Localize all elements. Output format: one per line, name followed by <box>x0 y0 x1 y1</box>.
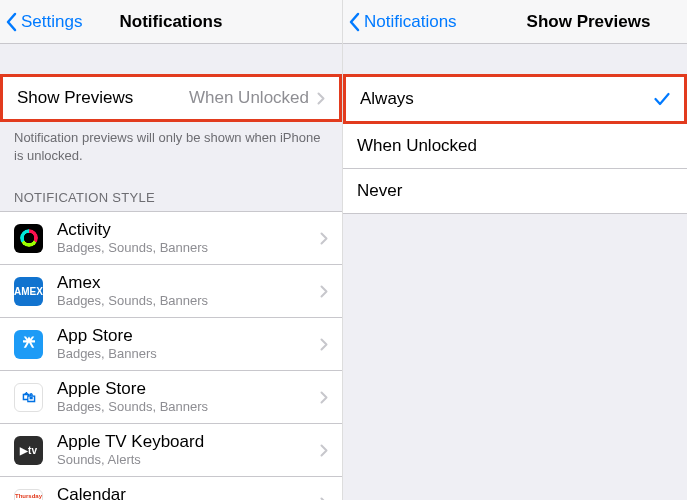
appstore-icon <box>14 330 43 359</box>
notifications-settings-pane: Settings Notifications Show Previews Whe… <box>0 0 343 500</box>
navbar-left: Settings Notifications <box>0 0 342 44</box>
option-label: Never <box>357 181 402 201</box>
app-name: Amex <box>57 273 208 293</box>
show-previews-value: When Unlocked <box>189 88 309 108</box>
show-previews-footer: Notification previews will only be shown… <box>0 122 342 174</box>
app-row-appstore[interactable]: App StoreBadges, Banners <box>0 318 342 371</box>
app-name: App Store <box>57 326 157 346</box>
app-text: Apple StoreBadges, Sounds, Banners <box>57 379 208 415</box>
option-when-unlocked[interactable]: When Unlocked <box>343 124 687 169</box>
app-sub: Sounds, Alerts <box>57 452 204 468</box>
show-previews-row[interactable]: Show Previews When Unlocked <box>3 77 339 119</box>
back-label: Notifications <box>364 12 457 32</box>
app-text: AmexBadges, Sounds, Banners <box>57 273 208 309</box>
app-name: Apple TV Keyboard <box>57 432 204 452</box>
notification-style-header: NOTIFICATION STYLE <box>0 174 342 211</box>
back-to-settings-button[interactable]: Settings <box>0 12 82 32</box>
amex-icon: AMEX <box>14 277 43 306</box>
spacer <box>343 44 687 74</box>
applestore-icon <box>14 383 43 412</box>
app-row-amex[interactable]: AMEXAmexBadges, Sounds, Banners <box>0 265 342 318</box>
navbar-right: Notifications Show Previews <box>343 0 687 44</box>
show-previews-highlight: Show Previews When Unlocked <box>0 74 342 122</box>
atvkb-icon: ▶tv <box>14 436 43 465</box>
chevron-right-icon <box>320 338 328 351</box>
app-sub: Badges, Banners <box>57 346 157 362</box>
option-never[interactable]: Never <box>343 169 687 214</box>
app-sub: Badges, Sounds, Banners <box>57 293 208 309</box>
chevron-right-icon <box>320 497 328 501</box>
cal-icon: Thursday9 <box>14 489 43 501</box>
chevron-right-icon <box>320 444 328 457</box>
app-text: CalendarOff <box>57 485 126 500</box>
app-name: Calendar <box>57 485 126 500</box>
content-right: AlwaysWhen UnlockedNever <box>343 44 687 500</box>
chevron-left-icon <box>6 12 18 32</box>
option-highlight: Always <box>343 74 687 124</box>
app-row-cal[interactable]: Thursday9CalendarOff <box>0 477 342 500</box>
app-list: ActivityBadges, Sounds, BannersAMEXAmexB… <box>0 211 342 500</box>
chevron-right-icon <box>317 92 325 105</box>
option-label: When Unlocked <box>357 136 477 156</box>
app-row-activity[interactable]: ActivityBadges, Sounds, Banners <box>0 212 342 265</box>
options-list: When UnlockedNever <box>343 124 687 214</box>
page-title: Show Previews <box>457 12 651 32</box>
app-text: ActivityBadges, Sounds, Banners <box>57 220 208 256</box>
app-sub: Badges, Sounds, Banners <box>57 399 208 415</box>
activity-icon <box>14 224 43 253</box>
chevron-right-icon <box>320 232 328 245</box>
app-sub: Badges, Sounds, Banners <box>57 240 208 256</box>
spacer <box>0 44 342 74</box>
app-row-applestore[interactable]: Apple StoreBadges, Sounds, Banners <box>0 371 342 424</box>
app-name: Activity <box>57 220 208 240</box>
app-text: Apple TV KeyboardSounds, Alerts <box>57 432 204 468</box>
show-previews-pane: Notifications Show Previews AlwaysWhen U… <box>343 0 687 500</box>
back-label: Settings <box>21 12 82 32</box>
app-text: App StoreBadges, Banners <box>57 326 157 362</box>
option-always[interactable]: Always <box>346 77 684 121</box>
chevron-right-icon <box>320 391 328 404</box>
app-row-atvkb[interactable]: ▶tvApple TV KeyboardSounds, Alerts <box>0 424 342 477</box>
chevron-right-icon <box>320 285 328 298</box>
back-to-notifications-button[interactable]: Notifications <box>343 12 457 32</box>
show-previews-label: Show Previews <box>17 88 133 108</box>
chevron-left-icon <box>349 12 361 32</box>
content-left: Show Previews When Unlocked Notification… <box>0 44 342 500</box>
checkmark-icon <box>654 92 670 106</box>
options-wrap: AlwaysWhen UnlockedNever <box>343 74 687 214</box>
app-name: Apple Store <box>57 379 208 399</box>
option-label: Always <box>360 89 414 109</box>
